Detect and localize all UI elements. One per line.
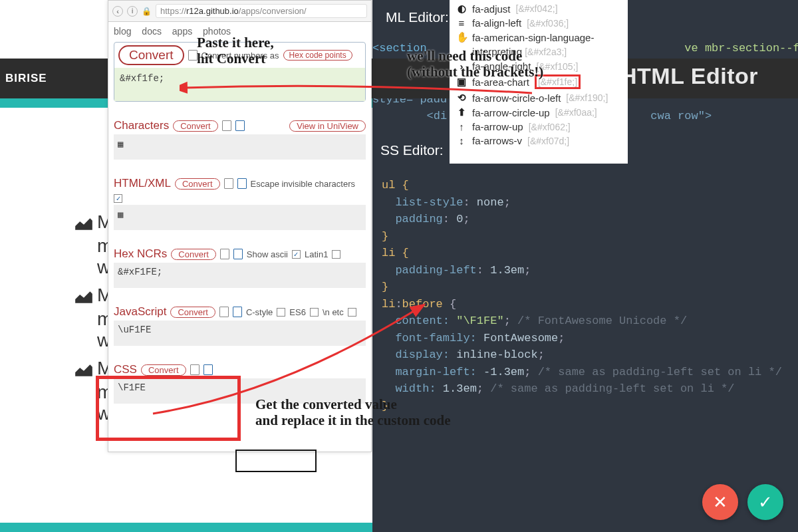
htmlxml-output[interactable]: ▦ <box>114 205 366 230</box>
latin1-checkbox[interactable] <box>332 250 340 259</box>
fa-glyph-icon: ✋ <box>456 31 467 43</box>
fa-glyph-icon: ◐ <box>456 3 467 15</box>
fa-cheatsheet-panel: ◐fa-adjust [&#xf042;]≡fa-align-left [&#x… <box>450 0 628 164</box>
doc-icon[interactable] <box>237 178 247 189</box>
view-uniview-button[interactable]: View in UniView <box>289 120 366 132</box>
annotation-box-css <box>96 376 241 441</box>
hexncr-output[interactable]: &#xF1FE; <box>114 263 366 288</box>
escape-invisible-checkbox[interactable] <box>114 194 122 203</box>
check-icon: ✓ <box>758 492 773 513</box>
area-chart-icon <box>74 290 93 303</box>
area-chart-icon <box>74 363 93 376</box>
lock-icon: 🔒 <box>142 7 152 16</box>
convert-button[interactable]: Convert <box>118 45 184 65</box>
fa-glyph-icon: ≡ <box>456 17 467 29</box>
nav-docs[interactable]: docs <box>142 26 162 37</box>
css-editor-label: SS Editor: <box>380 140 444 161</box>
copy-icon[interactable] <box>188 50 198 61</box>
doc-icon[interactable] <box>233 307 242 317</box>
teal-divider-bottom <box>0 523 372 532</box>
url-field[interactable]: https://r12a.github.io/apps/conversion/ <box>156 4 367 18</box>
annotation-need: we'll need this code (without the bracke… <box>407 48 543 80</box>
js-output[interactable]: \uF1FE <box>114 321 366 346</box>
area-chart-icon <box>74 217 93 230</box>
htmlxml-convert-button[interactable]: Convert <box>175 178 220 190</box>
fa-glyph-icon: ⬆ <box>456 106 467 118</box>
annotation-get: Get the converted value and replace it i… <box>255 396 451 428</box>
doc-icon[interactable] <box>235 120 245 131</box>
section-htmlxml: HTML/XML Convert Escape invisible charac… <box>114 177 366 230</box>
characters-convert-button[interactable]: Convert <box>173 120 218 132</box>
section-characters: Characters Convert View in UniView ▦ <box>114 119 366 160</box>
cstyle-checkbox[interactable] <box>277 308 285 317</box>
nav-blog[interactable]: blog <box>114 26 131 37</box>
doc-icon[interactable] <box>233 249 243 259</box>
copy-icon[interactable] <box>222 120 231 131</box>
info-button[interactable]: i <box>127 6 138 17</box>
section-javascript: JavaScript Convert C-style ES6 \n etc \u… <box>114 305 366 346</box>
doc-icon[interactable] <box>203 364 213 375</box>
page-title-right: HTML Editor <box>620 63 758 89</box>
nav-apps[interactable]: apps <box>172 26 192 37</box>
page-title-left: BIRISE <box>5 72 47 85</box>
js-convert-button[interactable]: Convert <box>170 307 215 318</box>
hex-mode-pill[interactable]: Hex code points <box>283 50 352 61</box>
section-hexncr: Hex NCRs Convert Show ascii Latin1 &#xF1… <box>114 247 366 288</box>
back-button[interactable]: ‹ <box>112 6 123 17</box>
cancel-fab[interactable]: ✕ <box>702 484 738 520</box>
show-ascii-checkbox[interactable] <box>292 250 301 259</box>
html-editor-label: ML Editor: <box>386 7 449 28</box>
copy-icon[interactable] <box>220 249 229 259</box>
nesc-checkbox[interactable] <box>348 308 356 317</box>
hexncr-convert-button[interactable]: Convert <box>171 249 216 260</box>
es6-checkbox[interactable] <box>310 308 319 317</box>
css-code-block[interactable]: ul { list-style: none; padding: 0; } li … <box>382 177 782 414</box>
fa-glyph-icon: ⟲ <box>456 92 467 104</box>
annotation-paste: Paste it here, hit Convert <box>197 35 274 66</box>
copy-icon[interactable] <box>224 178 233 189</box>
fa-glyph-icon: ↑ <box>456 121 467 132</box>
confirm-fab[interactable]: ✓ <box>747 484 783 520</box>
address-bar: ‹ i 🔒 https://r12a.github.io/apps/conver… <box>108 1 371 22</box>
close-icon: ✕ <box>713 492 728 513</box>
copy-icon[interactable] <box>190 364 200 375</box>
css-convert-button[interactable]: Convert <box>141 364 186 376</box>
characters-output[interactable]: ▦ <box>114 134 366 160</box>
convert-input[interactable]: &#xf1fe; <box>114 68 365 101</box>
fa-glyph-icon: ↕ <box>456 135 467 146</box>
copy-icon[interactable] <box>219 307 229 317</box>
search-box-outline <box>235 450 317 472</box>
